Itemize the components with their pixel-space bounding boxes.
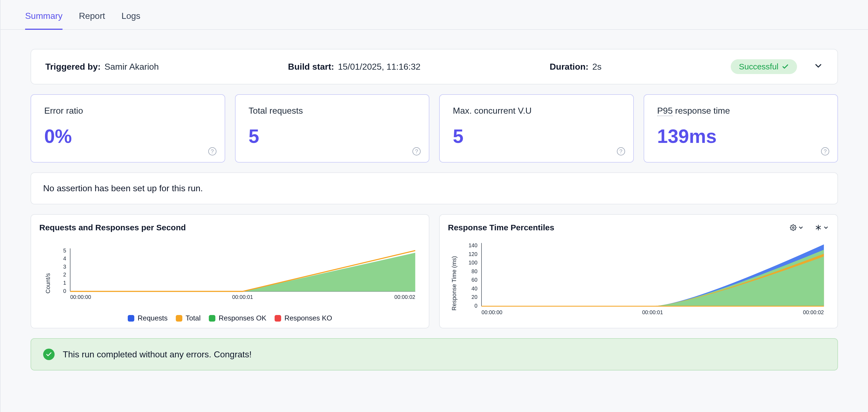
chart-rps-title: Requests and Responses per Second [39, 223, 186, 232]
legend-total[interactable]: Total [176, 314, 200, 322]
gear-icon [790, 224, 797, 231]
metric-p95-value: 139ms [657, 127, 825, 146]
svg-text:80: 80 [471, 268, 477, 274]
duration-label: Duration: [550, 62, 588, 72]
help-icon[interactable]: ? [821, 147, 829, 155]
triggered-by-value: Samir Akarioh [104, 62, 159, 72]
metric-p95-label: P95 response time [657, 106, 825, 116]
chart-settings-dropdown[interactable] [790, 224, 804, 231]
chart-rps-plot: Count/s 0 1 2 3 4 5 [39, 235, 421, 310]
check-icon [782, 63, 789, 70]
build-start-label: Build start: [288, 62, 334, 72]
svg-text:Count/s: Count/s [44, 273, 51, 294]
metric-max-vu-value: 5 [453, 127, 620, 146]
chevron-down-icon [813, 61, 823, 71]
assertion-message: No assertion has been set up for this ru… [31, 172, 838, 204]
chevron-down-icon [798, 224, 804, 231]
chevron-down-icon [823, 224, 829, 231]
help-icon[interactable]: ? [617, 147, 625, 155]
chart-rtp-plot: Response Time (ms) 0 20 40 60 80 100 120… [448, 235, 829, 321]
check-circle-icon [43, 349, 55, 360]
metric-error-ratio-value: 0% [44, 127, 212, 146]
metric-max-vu: Max. concurrent V.U 5 ? [439, 94, 634, 163]
tab-report[interactable]: Report [79, 11, 105, 29]
legend-ok[interactable]: Responses OK [209, 314, 267, 322]
svg-text:00:00:01: 00:00:01 [232, 294, 253, 300]
asterisk-icon [815, 224, 822, 231]
svg-text:40: 40 [471, 286, 477, 292]
help-icon[interactable]: ? [412, 147, 421, 155]
svg-text:140: 140 [468, 242, 477, 248]
svg-text:3: 3 [63, 264, 66, 270]
success-banner-text: This run completed without any errors. C… [63, 349, 252, 359]
svg-text:00:00:02: 00:00:02 [803, 309, 824, 315]
svg-text:2: 2 [63, 271, 66, 277]
svg-text:4: 4 [63, 256, 66, 262]
triggered-by-label: Triggered by: [45, 62, 101, 72]
svg-text:0: 0 [63, 288, 66, 294]
chart-rps: Requests and Responses per Second Count/… [31, 214, 429, 328]
svg-text:60: 60 [471, 277, 477, 283]
svg-text:0: 0 [474, 303, 477, 309]
chart-rtp: Response Time Percentiles Response Tim [439, 214, 838, 328]
status-text: Successful [739, 62, 778, 71]
tab-logs[interactable]: Logs [121, 11, 140, 29]
tabs-bar: Summary Report Logs [1, 0, 868, 30]
metric-error-ratio: Error ratio 0% ? [31, 94, 225, 163]
tab-summary[interactable]: Summary [25, 11, 63, 30]
metric-total-requests-label: Total requests [249, 106, 416, 116]
metric-p95: P95 response time 139ms ? [644, 94, 838, 163]
build-start-value: 15/01/2025, 11:16:32 [338, 62, 421, 72]
metric-total-requests: Total requests 5 ? [235, 94, 430, 163]
chart-rtp-title: Response Time Percentiles [448, 223, 554, 232]
svg-text:100: 100 [468, 260, 477, 266]
svg-point-12 [793, 227, 794, 228]
help-icon[interactable]: ? [208, 147, 216, 155]
success-banner: This run completed without any errors. C… [31, 338, 838, 371]
svg-text:00:00:01: 00:00:01 [642, 309, 663, 315]
legend-ko[interactable]: Responses KO [275, 314, 332, 322]
metric-max-vu-label: Max. concurrent V.U [453, 106, 620, 116]
svg-text:00:00:00: 00:00:00 [482, 309, 502, 315]
metric-total-requests-value: 5 [249, 127, 416, 146]
legend-requests[interactable]: Requests [128, 314, 167, 322]
metric-error-ratio-label: Error ratio [44, 106, 212, 116]
svg-text:1: 1 [63, 280, 66, 286]
svg-text:00:00:02: 00:00:02 [395, 294, 415, 300]
chart-rps-legend: Requests Total Responses OK Responses KO [39, 314, 421, 322]
chart-asterisk-dropdown[interactable] [815, 224, 829, 231]
run-summary-bar: Triggered by: Samir Akarioh Build start:… [31, 49, 838, 84]
svg-text:5: 5 [63, 247, 66, 254]
svg-text:120: 120 [468, 251, 477, 257]
status-badge: Successful [731, 59, 797, 74]
svg-text:00:00:00: 00:00:00 [70, 294, 91, 300]
svg-text:Response Time (ms): Response Time (ms) [451, 256, 458, 311]
duration-value: 2s [592, 62, 601, 72]
svg-text:20: 20 [471, 294, 477, 300]
expand-toggle[interactable] [813, 61, 823, 73]
